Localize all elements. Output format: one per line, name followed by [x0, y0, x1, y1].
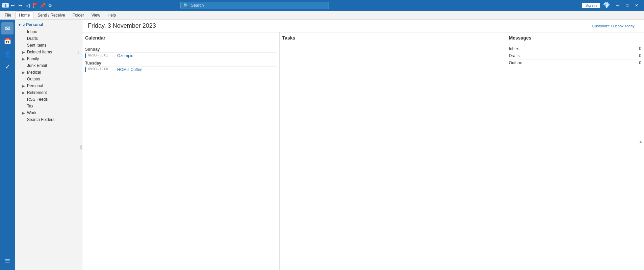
coffee-time: 09:00 - 12:00 — [88, 67, 115, 71]
messages-drafts-row[interactable]: Drafts 0 — [509, 52, 641, 59]
title-bar-icons: 📧 ↩ ↪ ◁ 🚩 📌 ⚙ — [3, 3, 53, 8]
personal-label: Personal — [27, 83, 43, 88]
ms-logo-icon: 💎 — [603, 2, 610, 9]
drafts-label: Drafts — [27, 36, 38, 41]
folder-retirement[interactable]: ▶ Retirement — [15, 89, 82, 96]
app-bar: ✉ 📅 👤 ✓ ☰ — [0, 20, 15, 270]
outbox-label: Outbox — [27, 77, 40, 81]
messages-panel: Messages Inbox 0 Drafts 0 Outbox 0 — [506, 32, 644, 270]
deleted-expand: ▶ — [22, 50, 26, 54]
menu-send-receive[interactable]: Send / Receive — [34, 12, 68, 19]
scroll-up-icon[interactable]: ▲ — [639, 139, 643, 144]
minimize-button[interactable]: ─ — [613, 2, 622, 9]
inbox-msg-count: 0 — [639, 46, 641, 51]
inbox-label: Inbox — [27, 29, 37, 34]
calendar-panel-header: Calendar — [85, 35, 277, 42]
folder-tax[interactable]: Tax — [15, 103, 82, 109]
deleted-count: 2 — [77, 50, 79, 54]
calendar-event-ozempic[interactable]: 06:00 - 06:01 Ozempic — [85, 52, 277, 59]
menu-folder[interactable]: Folder — [69, 12, 87, 19]
tuesday-header: Tuesday — [85, 61, 277, 66]
calendar-event-coffee[interactable]: 09:00 - 12:00 HOM's Coffee — [85, 66, 277, 73]
medical-label: Medical — [27, 70, 41, 75]
folder-family[interactable]: ▶ Family — [15, 55, 82, 62]
sign-in-button[interactable]: Sign in — [582, 3, 600, 8]
menu-bar: File Home Send / Receive Folder View Hel… — [0, 11, 644, 20]
folder-rss-feeds[interactable]: RSS Feeds — [15, 96, 82, 103]
people-nav-button[interactable]: 👤 — [1, 48, 14, 60]
menu-file[interactable]: File — [1, 12, 15, 19]
today-header: Friday, 3 November 2023 Customize Outloo… — [82, 20, 644, 32]
prev-icon[interactable]: ◁ — [25, 3, 30, 8]
content-area: Friday, 3 November 2023 Customize Outloo… — [82, 20, 644, 270]
outbox-msg-name: Outbox — [509, 60, 522, 65]
folder-medical[interactable]: ▶ Medical — [15, 69, 82, 76]
folder-inbox[interactable]: Inbox — [15, 28, 82, 35]
folder-tree-toggle[interactable]: ◀ — [80, 145, 82, 150]
folder-deleted-items[interactable]: ▶ Deleted Items 2 — [15, 49, 82, 55]
family-expand: ▶ — [22, 57, 26, 61]
junk-label: Junk Email — [27, 63, 47, 68]
folder-search-folders[interactable]: Search Folders — [15, 116, 82, 123]
today-panels: Calendar Sunday 06:00 - 06:01 Ozempic Tu… — [82, 32, 644, 270]
redo-icon[interactable]: ↪ — [18, 3, 23, 8]
search-folders-label: Search Folders — [27, 117, 54, 122]
root-folder-arrow: ▼ — [18, 22, 22, 27]
settings-icon[interactable]: ⚙ — [47, 3, 53, 8]
undo-icon[interactable]: ↩ — [10, 3, 16, 8]
outlook-logo-icon: 📧 — [3, 3, 8, 8]
title-bar: 📧 ↩ ↪ ◁ 🚩 📌 ⚙ 🔍 Search Sign in 💎 ─ □ ✕ — [0, 0, 644, 11]
folder-outbox[interactable]: Outbox — [15, 76, 82, 82]
folder-tree: ◀ ▼ z Personal Inbox Drafts Sent Items ▶… — [15, 20, 82, 270]
today-date: Friday, 3 November 2023 — [88, 22, 156, 29]
event-indicator — [85, 53, 86, 58]
root-folder-label: z Personal — [23, 22, 43, 27]
messages-panel-header: Messages — [509, 35, 641, 42]
maximize-button[interactable]: □ — [622, 2, 632, 9]
menu-home[interactable]: Home — [15, 11, 33, 19]
tasks-panel-header: Tasks — [282, 35, 503, 42]
rss-label: RSS Feeds — [27, 97, 48, 102]
menu-view[interactable]: View — [88, 12, 104, 19]
title-bar-right: Sign in 💎 ─ □ ✕ — [582, 2, 641, 9]
personal-expand: ▶ — [22, 84, 26, 88]
search-placeholder: Search — [191, 3, 204, 8]
calendar-nav-button[interactable]: 📅 — [1, 35, 14, 47]
drafts-msg-name: Drafts — [509, 53, 520, 58]
messages-outbox-row[interactable]: Outbox 0 — [509, 59, 641, 66]
sent-label: Sent Items — [27, 43, 46, 48]
flag-icon[interactable]: 🚩 — [32, 3, 38, 8]
outbox-msg-count: 0 — [639, 60, 641, 65]
messages-inbox-row[interactable]: Inbox 0 — [509, 45, 641, 52]
work-expand: ▶ — [22, 111, 26, 115]
close-button[interactable]: ✕ — [632, 2, 641, 9]
menu-help[interactable]: Help — [104, 12, 120, 19]
tax-label: Tax — [27, 104, 33, 108]
calendar-panel: Calendar Sunday 06:00 - 06:01 Ozempic Tu… — [82, 32, 280, 270]
customize-link[interactable]: Customize Outlook Today ... — [592, 24, 639, 28]
retirement-expand: ▶ — [22, 91, 26, 95]
folder-sent-items[interactable]: Sent Items — [15, 42, 82, 49]
tasks-nav-button[interactable]: ✓ — [1, 61, 14, 73]
mail-nav-button[interactable]: ✉ — [1, 22, 14, 34]
ozempic-title: Ozempic — [117, 53, 133, 58]
drafts-msg-count: 0 — [639, 53, 641, 58]
folder-drafts[interactable]: Drafts — [15, 35, 82, 42]
search-icon: 🔍 — [183, 3, 189, 8]
ozempic-time: 06:00 - 06:01 — [88, 53, 115, 57]
folder-personal[interactable]: ▶ Personal — [15, 82, 82, 89]
window-controls: ─ □ ✕ — [613, 2, 641, 9]
inbox-msg-name: Inbox — [509, 46, 519, 51]
retirement-label: Retirement — [27, 90, 47, 95]
family-label: Family — [27, 56, 39, 61]
medical-expand: ▶ — [22, 71, 26, 74]
pin-icon[interactable]: 📌 — [40, 3, 45, 8]
folder-junk-email[interactable]: Junk Email — [15, 62, 82, 69]
root-folder[interactable]: ▼ z Personal — [15, 21, 82, 28]
coffee-title: HOM's Coffee — [117, 67, 143, 72]
search-bar[interactable]: 🔍 Search — [180, 2, 329, 9]
tasks-panel: Tasks — [280, 32, 506, 270]
folder-work[interactable]: ▶ Work — [15, 109, 82, 116]
more-nav-button[interactable]: ☰ — [1, 255, 14, 267]
event-indicator-coffee — [85, 67, 86, 72]
